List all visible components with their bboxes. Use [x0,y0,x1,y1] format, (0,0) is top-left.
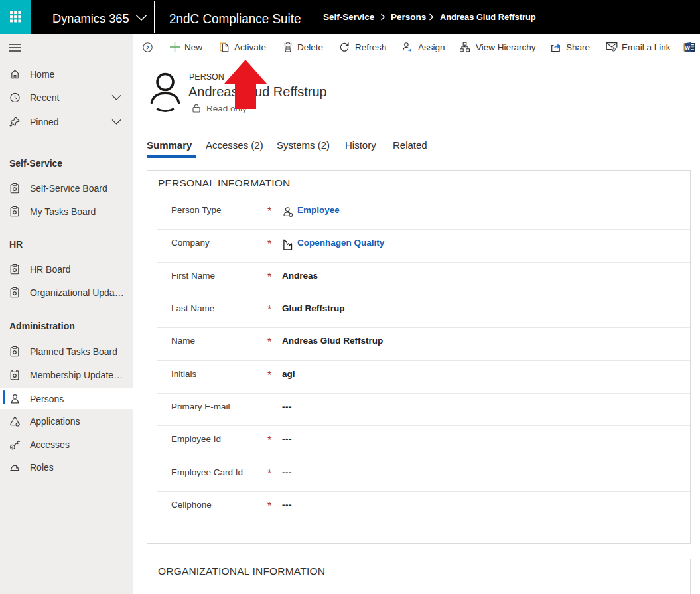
svg-text:W: W [685,44,691,51]
